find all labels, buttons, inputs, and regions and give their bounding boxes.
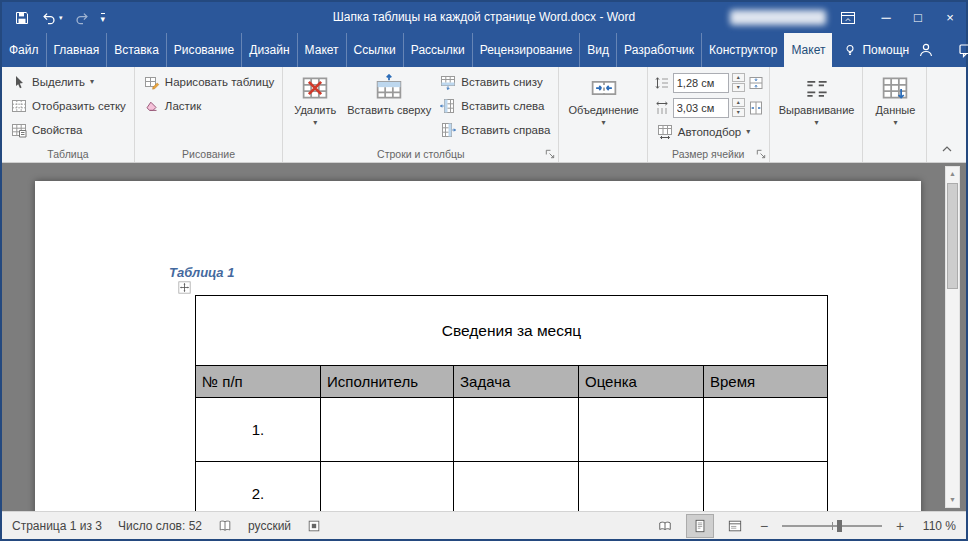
tab-references[interactable]: Ссылки <box>346 33 403 67</box>
delete-button[interactable]: Удалить ▾ <box>289 71 341 127</box>
tab-draw[interactable]: Рисование <box>166 33 241 67</box>
table-cell[interactable] <box>704 398 828 462</box>
zoom-out-button[interactable]: − <box>757 518 771 534</box>
data-button[interactable]: Данные ▾ <box>869 71 921 127</box>
select-button[interactable]: Выделить▾ <box>8 71 129 93</box>
column-width-input[interactable] <box>673 98 729 118</box>
merge-button[interactable]: Объединение ▾ <box>565 71 641 127</box>
scroll-up-icon[interactable]: ▲ <box>946 167 959 181</box>
insert-right-button[interactable]: Вставить справа <box>437 119 553 141</box>
document-table[interactable]: Сведения за месяц № п/п Исполнитель Зада… <box>195 295 828 511</box>
undo-icon <box>41 10 57 26</box>
redo-button[interactable] <box>74 10 90 26</box>
delete-label: Удалить <box>294 104 336 117</box>
scrollbar-thumb[interactable] <box>947 183 958 289</box>
zoom-level[interactable]: 110 % <box>916 519 956 533</box>
zoom-slider[interactable] <box>782 525 882 527</box>
table-cell[interactable] <box>579 398 704 462</box>
tabbar-right-icons <box>918 33 968 67</box>
dialog-launcher-icon[interactable] <box>755 148 767 160</box>
tab-design[interactable]: Дизайн <box>241 33 296 67</box>
zoom-in-button[interactable]: + <box>893 518 907 534</box>
table-header-cell[interactable]: Оценка <box>579 366 704 398</box>
macro-record-button[interactable] <box>307 519 321 533</box>
insert-below-button[interactable]: Вставить снизу <box>437 71 553 93</box>
column-width-stepper[interactable]: ▴▾ <box>732 98 745 117</box>
stepper-down-icon[interactable]: ▾ <box>732 83 745 92</box>
word-count[interactable]: Число слов: 52 <box>118 519 202 533</box>
web-layout-button[interactable] <box>722 515 748 537</box>
language-indicator[interactable]: русский <box>248 519 291 533</box>
alignment-button[interactable]: Выравнивание ▾ <box>776 71 858 127</box>
stepper-up-icon[interactable]: ▴ <box>732 73 745 82</box>
view-gridlines-button[interactable]: Отобразить сетку <box>8 95 129 117</box>
document-page[interactable]: Таблица 1 Сведения за месяц № п/п Исполн… <box>35 181 921 511</box>
distribute-rows-icon[interactable] <box>748 75 764 91</box>
print-layout-button[interactable] <box>687 515 713 537</box>
group-label-cell-size: Размер ячейки <box>648 148 769 160</box>
save-button[interactable] <box>14 10 30 26</box>
minimize-button[interactable]: ─ <box>870 2 902 33</box>
row-height-stepper[interactable]: ▴▾ <box>732 73 745 92</box>
row-height-input[interactable] <box>673 73 729 93</box>
table-cell[interactable] <box>579 462 704 512</box>
ribbon-display-options-button[interactable] <box>840 10 856 26</box>
tab-developer[interactable]: Разработчик <box>616 33 701 67</box>
table-cell[interactable] <box>321 398 454 462</box>
insert-above-button[interactable]: Вставить сверху <box>344 71 434 117</box>
select-label: Выделить <box>32 76 85 88</box>
table-header-cell[interactable]: Время <box>704 366 828 398</box>
table-move-handle[interactable] <box>178 280 192 294</box>
tell-me-help-tab[interactable]: Помощн <box>834 33 918 67</box>
stepper-up-icon[interactable]: ▴ <box>732 98 745 107</box>
draw-table-button[interactable]: Нарисовать таблицу <box>141 71 277 93</box>
tab-home[interactable]: Главная <box>46 33 107 67</box>
vertical-scrollbar[interactable]: ▲ ▼ <box>945 166 960 508</box>
distribute-columns-icon[interactable] <box>748 100 764 116</box>
table-header-cell[interactable]: Исполнитель <box>321 366 454 398</box>
table-cell[interactable] <box>454 398 579 462</box>
table-cell[interactable]: 1. <box>196 398 321 462</box>
tab-layout[interactable]: Макет <box>297 33 346 67</box>
table-header-cell[interactable]: № п/п <box>196 366 321 398</box>
tab-view[interactable]: Вид <box>579 33 616 67</box>
dropdown-arrow-icon: ▾ <box>90 78 94 86</box>
tab-file[interactable]: Файл <box>2 33 46 67</box>
tab-review[interactable]: Рецензирование <box>472 33 580 67</box>
dialog-launcher-icon[interactable] <box>544 148 556 160</box>
read-mode-button[interactable] <box>652 515 678 537</box>
table-cell[interactable] <box>321 462 454 512</box>
tab-table-layout-active[interactable]: Макет <box>784 33 832 67</box>
dropdown-arrow-icon: ▾ <box>313 119 317 127</box>
share-person-icon[interactable] <box>918 42 934 58</box>
insert-left-button[interactable]: Вставить слева <box>437 95 553 117</box>
proofing-status-button[interactable] <box>218 519 232 533</box>
scroll-down-icon[interactable]: ▼ <box>946 493 959 507</box>
table-cell[interactable] <box>454 462 579 512</box>
comments-icon[interactable] <box>958 42 968 58</box>
table-cell[interactable]: 2. <box>196 462 321 512</box>
table-title-cell[interactable]: Сведения за месяц <box>196 296 828 366</box>
tab-mailings[interactable]: Рассылки <box>403 33 472 67</box>
document-area[interactable]: Таблица 1 Сведения за месяц № п/п Исполн… <box>2 163 966 511</box>
tab-table-design[interactable]: Конструктор <box>701 33 784 67</box>
page-indicator[interactable]: Страница 1 из 3 <box>12 519 102 533</box>
customize-qat-button[interactable]: ▾ <box>101 13 106 23</box>
ribbon-group-rows-columns: Удалить ▾ Вставить сверху Вставить снизу… <box>283 67 559 162</box>
macro-icon <box>307 519 321 533</box>
maximize-button[interactable]: □ <box>902 2 934 33</box>
tab-insert[interactable]: Вставка <box>106 33 166 67</box>
autofit-button[interactable]: Автоподбор▾ <box>654 121 764 143</box>
stepper-down-icon[interactable]: ▾ <box>732 108 745 117</box>
collapse-ribbon-button[interactable] <box>938 142 956 156</box>
undo-dropdown-arrow[interactable]: ▾ <box>59 14 63 22</box>
properties-button[interactable]: Свойства <box>8 119 129 141</box>
table-header-cell[interactable]: Задача <box>454 366 579 398</box>
table-caption[interactable]: Таблица 1 <box>169 265 234 280</box>
eraser-button[interactable]: Ластик <box>141 95 277 117</box>
merge-cells-icon <box>590 74 618 102</box>
close-button[interactable]: × <box>934 2 966 33</box>
undo-button[interactable]: ▾ <box>41 10 63 26</box>
table-cell[interactable] <box>704 462 828 512</box>
zoom-slider-thumb[interactable] <box>837 520 842 532</box>
